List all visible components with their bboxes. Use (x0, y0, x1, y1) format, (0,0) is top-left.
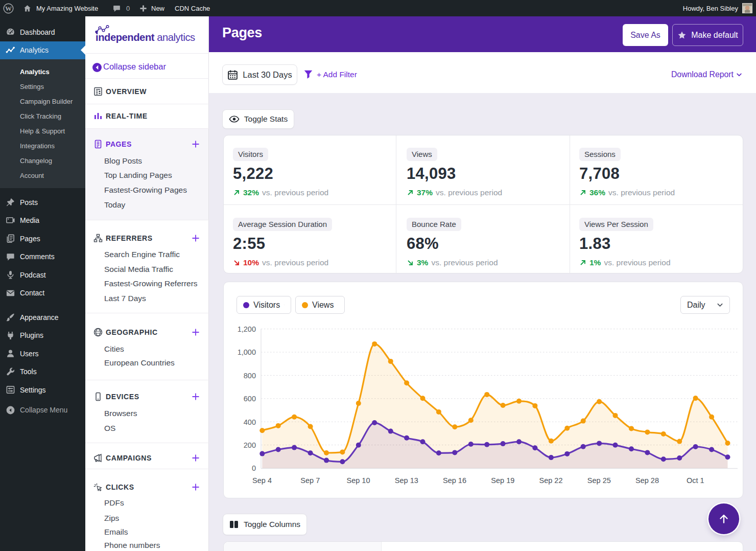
svg-text:W: W (5, 5, 12, 12)
